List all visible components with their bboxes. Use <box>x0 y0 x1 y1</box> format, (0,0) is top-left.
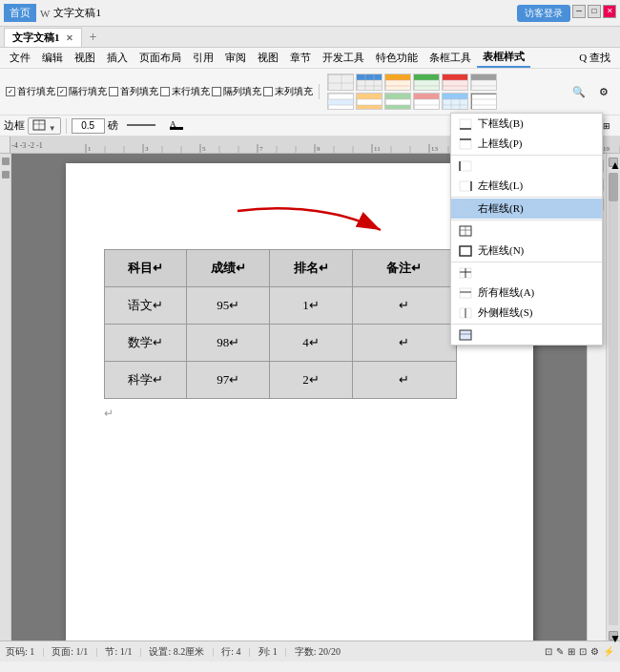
check-altrow-box[interactable] <box>57 87 67 96</box>
dropdown-item-border-outside[interactable]: 无框线(N) <box>451 241 602 261</box>
style-swatch-11[interactable] <box>442 93 468 110</box>
window-controls: 访客登录 ─ □ ✕ <box>517 5 616 22</box>
table-header-row: 科目↵ 成绩↵ 排名↵ 备注↵ <box>104 250 456 287</box>
status-icon-1[interactable]: ⊡ <box>545 646 552 657</box>
border-width-input[interactable] <box>72 118 105 134</box>
status-icon-3[interactable]: ⊞ <box>568 646 575 657</box>
status-sep4: | <box>212 646 214 657</box>
dropdown-item-border-right-label: 左框线(L) <box>478 178 523 193</box>
scroll-up-btn[interactable]: ▲ <box>609 158 618 167</box>
dropdown-item-border-bottom[interactable]: 下框线(B) <box>451 114 602 134</box>
style-swatch-7[interactable] <box>327 93 354 110</box>
maximize-btn[interactable]: □ <box>588 5 601 18</box>
menu-edit[interactable]: 编辑 <box>36 49 69 67</box>
dropdown-item-border-none[interactable]: 右框线(R) <box>451 199 602 219</box>
style-swatch-6[interactable] <box>470 74 497 91</box>
dropdown-item-border-inner-v[interactable]: 外侧框线(S) <box>451 303 602 323</box>
dropdown-item-border-top[interactable]: 上框线(P) <box>451 134 602 154</box>
style-swatch-2[interactable] <box>356 74 382 91</box>
menu-reference[interactable]: 引用 <box>187 49 219 67</box>
menu-chapter[interactable]: 章节 <box>284 49 317 67</box>
check-lastrow[interactable]: 末行填充 <box>160 85 210 98</box>
status-icon-5[interactable]: ⚙ <box>590 646 599 657</box>
style-swatch-8[interactable] <box>356 93 382 110</box>
menu-table-tools[interactable]: 条框工具 <box>424 49 477 67</box>
menu-devtools[interactable]: 开发工具 <box>317 49 370 67</box>
dropdown-item-border-right[interactable]: 左框线(L) <box>451 176 602 196</box>
dropdown-divider-2 <box>451 197 602 198</box>
check-altcol[interactable]: 隔列填充 <box>212 85 261 98</box>
border-dropdown-btn[interactable]: ▼ <box>28 117 61 135</box>
svg-rect-36 <box>385 105 410 109</box>
check-lastcol-box[interactable] <box>263 87 273 96</box>
status-page: 页码: 1 <box>6 645 34 659</box>
style-swatch-5[interactable] <box>442 74 468 91</box>
left-sidebar-icon1 <box>2 158 10 165</box>
doc-title: 文字文稿1 <box>53 6 101 20</box>
check-lastcol[interactable]: 末列填充 <box>263 85 313 98</box>
svg-text:5: 5 <box>202 145 206 153</box>
style-swatch-10[interactable] <box>413 93 440 110</box>
status-icon-2[interactable]: ✎ <box>556 646 564 657</box>
svg-rect-4 <box>357 74 382 80</box>
settings-icon[interactable]: ⚙ <box>593 84 614 100</box>
dropdown-item-border-all[interactable] <box>451 221 602 241</box>
scroll-thumb[interactable] <box>609 173 618 201</box>
dropdown-item-border-custom[interactable] <box>451 326 602 345</box>
border-inner-h-icon <box>459 286 472 300</box>
border-color-btn[interactable]: A <box>164 117 189 135</box>
check-altrow[interactable]: 隔行填充 <box>57 85 107 98</box>
status-row: 行: 4 <box>221 645 240 659</box>
login-btn[interactable]: 访客登录 <box>517 5 570 22</box>
status-sep2: | <box>95 646 97 657</box>
check-lastrow-box[interactable] <box>160 87 170 96</box>
doc-table: 科目↵ 成绩↵ 排名↵ 备注↵ 语文↵ 95↵ 1↵ ↵ 数学↵ <box>104 249 457 399</box>
check-firstcol[interactable]: 首列填充 <box>109 85 158 98</box>
dropdown-item-border-inside[interactable] <box>451 263 602 283</box>
style-swatch-12[interactable] <box>470 93 497 110</box>
status-icon-6[interactable]: ⚡ <box>603 646 614 657</box>
menu-insert[interactable]: 插入 <box>101 49 134 67</box>
homepage-btn[interactable]: 首页 <box>4 4 36 22</box>
svg-rect-31 <box>357 105 382 109</box>
check-firstrow[interactable]: 首行填充 <box>6 85 55 98</box>
border-line-style <box>127 120 155 130</box>
check-altcol-box[interactable] <box>212 87 221 96</box>
tab-add-btn[interactable]: + <box>84 28 103 47</box>
check-firstcol-box[interactable] <box>109 87 118 96</box>
close-btn[interactable]: ✕ <box>603 5 616 18</box>
menu-view2[interactable]: 视图 <box>252 49 284 67</box>
style-swatch-4[interactable] <box>413 74 440 91</box>
arrow-svg <box>218 197 409 254</box>
border-top-icon <box>459 137 472 151</box>
scroll-track[interactable] <box>609 173 618 625</box>
style-swatch-9[interactable] <box>384 93 411 110</box>
zoom-icon[interactable]: 🔍 <box>567 84 591 100</box>
border-style-btn[interactable] <box>121 118 161 134</box>
status-sep1: | <box>42 646 44 657</box>
svg-text:3: 3 <box>145 145 149 153</box>
tab-doc1-close[interactable]: ✕ <box>66 33 73 43</box>
style-swatch-1[interactable] <box>327 74 354 91</box>
scrollbar-sidebar: ▲ ▼ <box>606 154 620 640</box>
menu-review[interactable]: 审阅 <box>219 49 252 67</box>
menu-view[interactable]: 视图 <box>69 49 101 67</box>
style-swatches <box>325 72 499 112</box>
dropdown-item-border-left[interactable] <box>451 157 602 176</box>
menu-special[interactable]: 特色功能 <box>370 49 424 67</box>
style-swatch-3[interactable] <box>384 74 411 91</box>
dropdown-divider-4 <box>451 262 602 262</box>
minimize-btn[interactable]: ─ <box>572 5 586 18</box>
svg-rect-108 <box>460 181 471 191</box>
border-inside-icon <box>459 266 472 280</box>
menu-file[interactable]: 文件 <box>4 49 36 67</box>
check-firstrow-box[interactable] <box>6 87 15 96</box>
scroll-down-btn[interactable]: ▼ <box>609 631 618 640</box>
tab-doc1[interactable]: 文字文稿1 ✕ <box>4 28 82 47</box>
menu-page-layout[interactable]: 页面布局 <box>134 49 187 67</box>
menu-search[interactable]: Q 查找 <box>573 49 616 67</box>
status-pages: 页面: 1/1 <box>52 645 88 659</box>
menu-table-style[interactable]: 表框样式 <box>477 48 530 68</box>
status-icon-4[interactable]: ⊡ <box>579 646 587 657</box>
dropdown-item-border-inner-h[interactable]: 所有框线(A) <box>451 283 602 303</box>
